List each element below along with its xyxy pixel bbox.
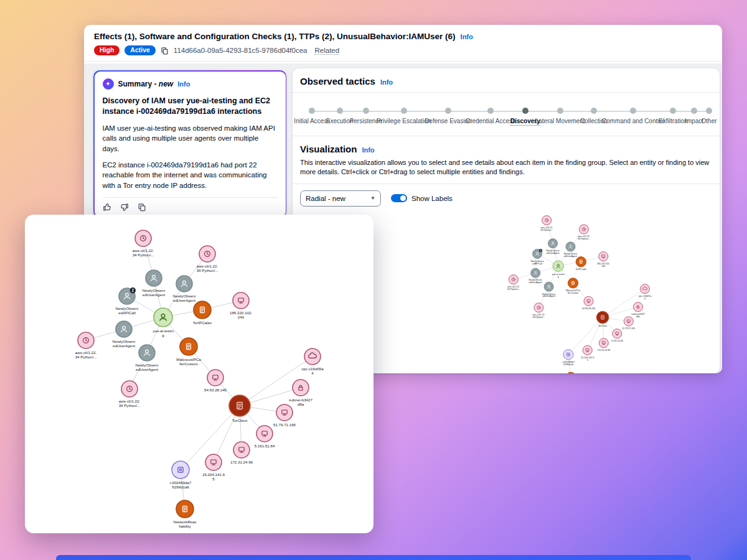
graph-node-label: aws-cli/1.22.34 Python/... [197, 264, 218, 273]
graph-node-label: 185.220.102.240 [597, 263, 610, 268]
graph-node-torip[interactable]: TorIPCaller [575, 256, 587, 270]
graph-node-label: 51.79.71.165 [622, 327, 635, 330]
tactic-label: Defense Evasion [425, 118, 472, 124]
graph-node-ip5161[interactable]: 5.161.51.84 [255, 426, 275, 448]
graph-node-label: aws-cli/1.22.34 Python/... [119, 399, 141, 408]
graph-node-malicious[interactable]: MaliciousIPCallerCustom [566, 278, 580, 294]
show-labels-toggle[interactable] [391, 194, 407, 202]
graph-node-green[interactable]: yue-ai-testing [153, 308, 174, 337]
graph-node-label: aws-cli/1.22.34 Python/... [75, 350, 97, 359]
summary-paragraph-1: IAM user yue-ai-testing was observed mak… [103, 123, 278, 154]
graph-node-grayB[interactable]: NewlyObservedUserAgent [173, 276, 197, 302]
graph-node-torip[interactable]: TorIPCaller [193, 301, 212, 325]
graph-node-ip51[interactable]: 51.79.71.165 [273, 404, 296, 427]
graph-node-ip5161[interactable]: 5.161.51.84 [611, 329, 623, 342]
graph-node-subnet[interactable]: subnet-b3427d8a [289, 380, 312, 406]
tactics-title: Observed tactics [300, 76, 375, 86]
observed-tactics-section: Observed tactics Info Initial AccessExec… [293, 68, 720, 136]
graph-node-ip15[interactable]: 15.204.141.95 [581, 345, 594, 361]
graph-node-label: NewlyObservedAPICall [530, 260, 543, 265]
graph-node-ip185[interactable]: 185.220.102.240 [597, 251, 610, 267]
related-link[interactable]: Related [314, 47, 339, 55]
graph-node-ua4[interactable]: aws-cli/1.22.34 Python/... [119, 381, 141, 408]
graph-node-ip15[interactable]: 15.204.141.95 [202, 454, 225, 481]
layout-select-value: Radial - new [306, 195, 345, 202]
graph-node-grayD[interactable]: NewlyObservedUserAgent [542, 282, 555, 297]
summary-paragraph-2: EC2 instance i-002469da79199d1a6 had por… [103, 160, 278, 191]
tactic-privilege-escalation: Privilege Escalation [380, 108, 428, 126]
tactic-label: Command and Control [602, 118, 665, 124]
tactic-dot [401, 108, 407, 114]
show-labels-label: Show Labels [411, 195, 453, 202]
graph-node-malicious[interactable]: MaliciousIPCallerCustom [176, 338, 201, 366]
title-info-link[interactable]: Info [461, 33, 473, 40]
copy-id-button[interactable] [161, 47, 169, 55]
tactic-initial-access: Initial Access [296, 108, 328, 126]
tactic-defense-evasion: Defense Evasion [428, 108, 469, 126]
tactics-info-link[interactable]: Info [380, 78, 393, 86]
graph-node-label: NewlyObservedUserAgent [529, 279, 542, 284]
graph-node-subnet[interactable]: subnet-b3427d8a [631, 302, 645, 317]
graph-node-label: 54.93.28.145 [204, 388, 227, 392]
tactic-label: Lateral Movement [535, 118, 585, 124]
graph-node-ip185[interactable]: 185.220.102.240 [230, 292, 252, 319]
graph-node-ua4[interactable]: aws-cli/1.22.34 Python/... [532, 303, 545, 319]
visualization-info-link[interactable]: Info [362, 146, 374, 154]
graph-node-torclient[interactable]: TorClient [229, 395, 250, 422]
graph-node-ua2[interactable]: aws-cli/1.22.34 Python/... [578, 225, 590, 240]
tactic-dot [706, 108, 712, 114]
graph-node-ua1[interactable]: aws-cli/1.22.34 Python/... [540, 215, 553, 231]
graph-node-instance[interactable]: i-002469da79199d1a6 [562, 349, 575, 365]
title-row: Effects (1), Software and Configuration … [94, 32, 712, 41]
summary-heading: Discovery of IAM user yue-ai-testing and… [103, 96, 278, 118]
graph-node-ua3[interactable]: aws-cli/1.22.34 Python/... [75, 332, 97, 359]
graph-node-label: NewlyObservedUserAgent [143, 288, 166, 297]
graph-node-grayA[interactable]: NewlyObservedUserAgent [143, 270, 166, 297]
finding-graph-large[interactable]: aws-cli/1.22.34 Python/...aws-cli/1.22.3… [25, 215, 374, 533]
graph-node-label: NewlyObservedUserAgent [173, 294, 197, 302]
copy-icon [138, 203, 146, 212]
graph-node-grayC[interactable]: NewlyObservedUserAgent [529, 268, 542, 284]
summary-info-link[interactable]: Info [177, 80, 190, 88]
graph-node-grayC[interactable]: NewlyObservedUserAgent [113, 321, 136, 348]
copy-icon [161, 47, 169, 55]
graph-node-ua2[interactable]: aws-cli/1.22.34 Python/... [197, 246, 218, 273]
graph-node-instance[interactable]: i-002469da79199d1a6 [170, 461, 192, 489]
graph-node-label: TorIPCaller [193, 320, 212, 325]
thumbs-down-button[interactable] [120, 203, 129, 212]
graph-node-label: 5.161.51.84 [255, 444, 275, 448]
graph-node-label: aws-cli/1.22.34 Python/... [532, 314, 545, 319]
thumbs-up-icon [103, 203, 111, 212]
graph-node-grayA[interactable]: NewlyObservedUserAgent [546, 238, 559, 254]
graph-node-torclient[interactable]: TorClient [596, 311, 609, 327]
graph-node-grayD[interactable]: NewlyObservedUserAgent [136, 345, 159, 371]
graph-node-ip172[interactable]: 172.31.24.99 [597, 338, 610, 351]
graph-node-grayB[interactable]: NewlyObservedUserAgent [564, 242, 577, 258]
graph-node-green[interactable]: yue-ai-testing [552, 261, 565, 278]
visualization-description: This interactive visualization allows yo… [300, 158, 712, 177]
graph-node-netreach[interactable]: NetworkReachability [564, 372, 578, 373]
graph-node-ip172[interactable]: 172.31.24.99 [230, 442, 253, 464]
chevron-down-icon: ▼ [370, 195, 375, 201]
graph-node-ip51[interactable]: 51.79.71.165 [622, 317, 635, 330]
count-badge-value: 2 [132, 288, 134, 292]
badge-row: High Active 114d66a0-09a5-4293-81c5-9786… [94, 45, 712, 55]
tactic-dot [630, 108, 636, 114]
graph-node-label: 185.220.102.240 [230, 310, 252, 319]
graph-node-label: MaliciousIPCallerCustom [566, 289, 580, 294]
graph-node-netreach[interactable]: NetworkReachability [173, 500, 196, 528]
graph-node-label: NetworkReachability [173, 520, 196, 528]
graph-node-label: 15.204.141.95 [202, 472, 225, 481]
tactic-dot [309, 108, 315, 114]
graph-node-ua3[interactable]: aws-cli/1.22.34 Python/... [507, 274, 520, 290]
tactic-dot [557, 108, 563, 114]
graph-node-ip54[interactable]: 54.93.28.145 [582, 296, 595, 309]
page-title: Effects (1), Software and Configuration … [94, 32, 456, 41]
graph-node-ip54[interactable]: 54.93.28.145 [204, 370, 227, 392]
layout-select[interactable]: Radial - new ▼ [300, 190, 381, 207]
graph-node-label: MaliciousIPCallerCustom [176, 357, 201, 366]
graph-node-label: yue-ai-testing [153, 329, 174, 337]
thumbs-up-button[interactable] [103, 203, 111, 212]
graph-node-ua1[interactable]: aws-cli/1.22.34 Python/... [133, 230, 154, 257]
copy-summary-button[interactable] [138, 203, 146, 212]
